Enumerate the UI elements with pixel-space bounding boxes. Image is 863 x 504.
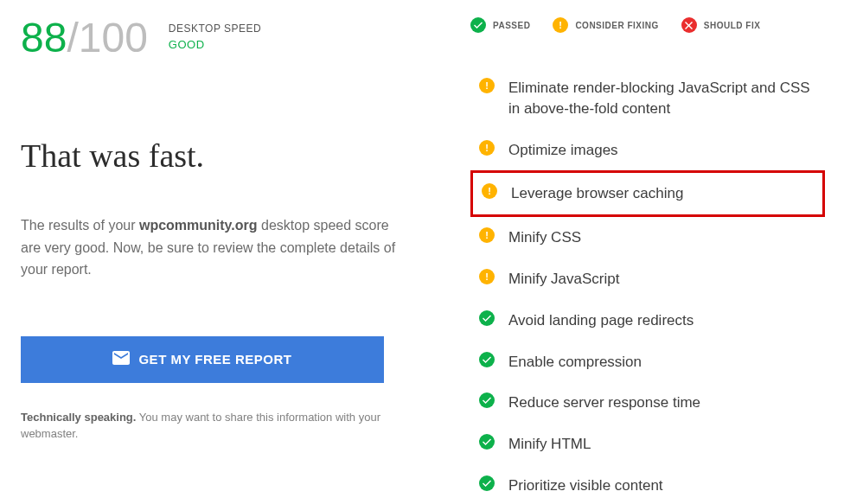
legend-fix-label: SHOULD FIX: [704, 21, 761, 30]
issue-label: Eliminate render-blocking JavaScript and…: [508, 78, 816, 119]
warning-icon: [479, 140, 495, 156]
issue-item[interactable]: Eliminate render-blocking JavaScript and…: [470, 67, 825, 130]
score-separator: /: [67, 15, 78, 61]
issue-label: Leverage browser caching: [511, 183, 683, 204]
issues-list: Eliminate render-blocking JavaScript and…: [470, 67, 842, 504]
legend-consider: CONSIDER FIXING: [553, 17, 658, 33]
score-row: 88/100 DESKTOP SPEED GOOD: [21, 17, 436, 59]
summary-prefix: The results of your: [21, 218, 139, 233]
issue-label: Minify HTML: [508, 434, 591, 455]
issue-label: Reduce server response time: [508, 392, 700, 413]
issue-item[interactable]: Prioritize visible content: [470, 465, 825, 504]
issue-label: Prioritize visible content: [508, 475, 663, 496]
issue-item[interactable]: Leverage browser caching: [470, 170, 825, 217]
mail-icon: [112, 351, 130, 367]
headline: That was fast.: [21, 137, 436, 175]
warning-icon: [482, 183, 497, 199]
warning-icon: [479, 269, 495, 284]
warning-icon: [479, 227, 495, 243]
score-display: 88/100: [21, 17, 148, 59]
score-value: 88: [21, 15, 67, 61]
warning-icon: [479, 78, 495, 93]
legend-passed-label: PASSED: [493, 21, 530, 30]
get-report-button[interactable]: GET MY FREE REPORT: [21, 336, 384, 383]
issue-item[interactable]: Optimize images: [470, 130, 825, 171]
issue-item[interactable]: Enable compression: [470, 341, 825, 383]
score-max: 100: [79, 15, 148, 61]
issue-item[interactable]: Minify HTML: [470, 424, 825, 465]
score-label: DESKTOP SPEED: [169, 22, 261, 35]
issue-item[interactable]: Reduce server response time: [470, 382, 825, 424]
issue-item[interactable]: Minify CSS: [470, 217, 825, 258]
issue-label: Enable compression: [508, 352, 642, 373]
score-meta: DESKTOP SPEED GOOD: [169, 17, 261, 51]
summary-domain: wpcommunity.org: [139, 218, 258, 233]
issue-label: Optimize images: [508, 140, 618, 161]
check-icon: [479, 434, 495, 450]
legend-passed: PASSED: [470, 17, 530, 33]
results-panel: 88/100 DESKTOP SPEED GOOD That was fast.…: [21, 17, 470, 504]
issue-label: Minify CSS: [508, 227, 581, 248]
check-icon: [479, 475, 495, 491]
warning-icon: [553, 17, 568, 33]
issue-item[interactable]: Avoid landing page redirects: [470, 300, 825, 341]
issues-panel: PASSED CONSIDER FIXING SHOULD FIX Elimin…: [470, 17, 842, 504]
legend-fix: SHOULD FIX: [681, 17, 761, 33]
issue-label: Avoid landing page redirects: [508, 310, 694, 331]
cta-label: GET MY FREE REPORT: [138, 352, 291, 367]
footnote-strong: Technically speaking.: [21, 411, 136, 424]
check-icon: [479, 392, 495, 408]
check-icon: [479, 310, 495, 326]
legend: PASSED CONSIDER FIXING SHOULD FIX: [470, 17, 842, 33]
check-icon: [470, 17, 486, 33]
issue-item[interactable]: Minify JavaScript: [470, 258, 825, 300]
score-rating: GOOD: [169, 38, 261, 51]
footnote: Technically speaking. You may want to sh…: [21, 409, 384, 443]
cross-icon: [681, 17, 697, 33]
summary-text: The results of your wpcommunity.org desk…: [21, 214, 401, 281]
issue-label: Minify JavaScript: [508, 269, 619, 290]
check-icon: [479, 352, 495, 367]
legend-consider-label: CONSIDER FIXING: [575, 21, 658, 30]
